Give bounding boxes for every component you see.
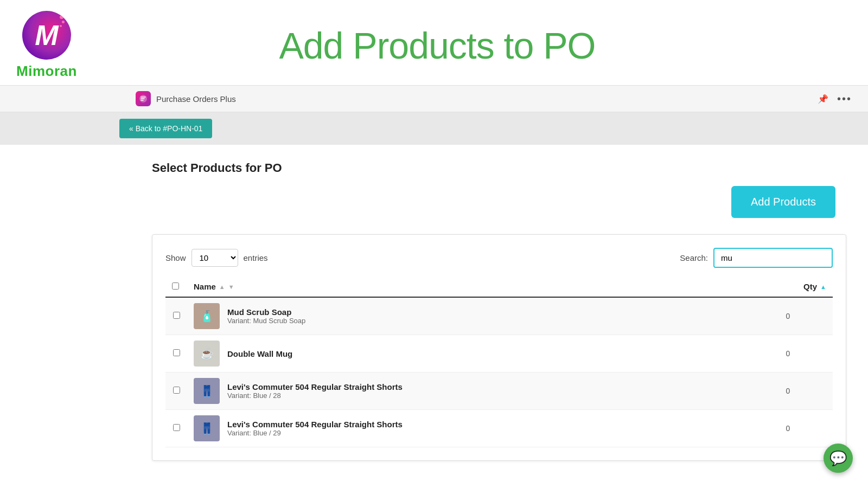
entries-select[interactable]: 10 25 50 100 [192,249,238,267]
product-image: 🧴 [194,303,220,329]
product-name: Levi's Commuter 504 Regular Straight Sho… [227,420,403,429]
table-card: Show 10 25 50 100 entries Search: [152,234,846,461]
sort-up-icon[interactable]: ▲ [219,284,225,290]
sort-down-icon[interactable]: ▼ [228,284,234,290]
row-checkbox[interactable] [173,387,180,394]
th-qty: Qty ▲ [743,277,833,297]
product-table: Name ▲ ▼ Qty ▲ 🧴Mud Scrub SoapVariant: M… [165,277,833,447]
app-name: Purchase Orders Plus [156,94,236,104]
section-title: Select Products for PO [152,161,846,175]
select-all-checkbox[interactable] [172,282,179,290]
row-qty-cell: 0 [743,410,833,447]
table-body: 🧴Mud Scrub SoapVariant: Mud Scrub Soap0☕… [165,297,833,447]
product-variant: Variant: Mud Scrub Soap [227,317,305,325]
product-image: ☕ [194,341,220,367]
product-name-cell: 👖Levi's Commuter 504 Regular Straight Sh… [194,378,737,404]
search-area: Search: [680,248,833,268]
back-button[interactable]: « Back to #PO-HN-01 [119,119,212,138]
more-menu-icon[interactable]: ••• [837,93,852,105]
logo-letter: M [35,19,58,52]
row-checkbox-cell [165,373,187,410]
logo-dot-2 [62,21,65,23]
app-bar-right: 📌 ••• [818,93,852,105]
toolbar: « Back to #PO-HN-01 [0,112,868,145]
logo-dots [60,15,65,27]
product-name: Mud Scrub Soap [227,307,305,317]
row-qty-cell: 0 [743,373,833,410]
product-name-cell: ☕Double Wall Mug [194,341,737,367]
row-name-cell: 👖Levi's Commuter 504 Regular Straight Sh… [187,373,743,410]
search-input[interactable] [713,248,833,268]
logo-dot-3 [60,25,62,27]
app-bar: Purchase Orders Plus 📌 ••• [0,85,868,112]
logo-area: M Mimoran [16,11,77,80]
show-label: Show [165,253,186,262]
product-name: Levi's Commuter 504 Regular Straight Sho… [227,382,403,391]
th-qty-label: Qty [803,282,817,291]
table-row: 👖Levi's Commuter 504 Regular Straight Sh… [165,373,833,410]
show-entries: Show 10 25 50 100 entries [165,249,268,267]
app-icon [136,91,151,106]
search-label: Search: [680,253,708,262]
qty-sort-icon[interactable]: ▲ [820,284,826,290]
product-name-cell: 👖Levi's Commuter 504 Regular Straight Sh… [194,415,737,441]
table-controls: Show 10 25 50 100 entries Search: [165,248,833,268]
table-row: 🧴Mud Scrub SoapVariant: Mud Scrub Soap0 [165,297,833,335]
row-checkbox[interactable] [173,424,180,431]
th-name-label: Name [194,282,216,291]
chat-bubble[interactable]: 💬 [824,444,853,473]
row-name-cell: ☕Double Wall Mug [187,335,743,373]
row-checkbox[interactable] [173,312,180,319]
entries-label: entries [244,253,268,262]
table-head: Name ▲ ▼ Qty ▲ [165,277,833,297]
product-info: Levi's Commuter 504 Regular Straight Sho… [227,382,403,400]
row-name-cell: 🧴Mud Scrub SoapVariant: Mud Scrub Soap [187,297,743,335]
product-name: Double Wall Mug [227,349,292,358]
row-checkbox[interactable] [173,349,180,356]
add-products-button[interactable]: Add Products [731,186,835,218]
product-image: 👖 [194,378,220,404]
product-info: Double Wall Mug [227,349,292,358]
table-row: 👖Levi's Commuter 504 Regular Straight Sh… [165,410,833,447]
product-info: Levi's Commuter 504 Regular Straight Sho… [227,420,403,437]
logo-dot-1 [60,15,63,19]
table-header-row: Name ▲ ▼ Qty ▲ [165,277,833,297]
table-row: ☕Double Wall Mug0 [165,335,833,373]
row-name-cell: 👖Levi's Commuter 504 Regular Straight Sh… [187,410,743,447]
app-bar-left: Purchase Orders Plus [16,91,236,106]
row-qty-cell: 0 [743,335,833,373]
main-content: Select Products for PO Add Products Show… [0,145,868,477]
brand-name: Mimoran [16,63,77,80]
add-products-row: Add Products [152,186,846,218]
th-checkbox [165,277,187,297]
product-variant: Variant: Blue / 28 [227,391,403,400]
row-checkbox-cell [165,297,187,335]
product-variant: Variant: Blue / 29 [227,429,403,437]
row-checkbox-cell [165,410,187,447]
pin-icon[interactable]: 📌 [818,94,828,104]
product-image: 👖 [194,415,220,441]
page-title: Add Products to PO [99,24,776,67]
product-info: Mud Scrub SoapVariant: Mud Scrub Soap [227,307,305,325]
header: M Mimoran Add Products to PO [0,0,868,85]
chat-icon: 💬 [829,450,847,467]
row-checkbox-cell [165,335,187,373]
product-name-cell: 🧴Mud Scrub SoapVariant: Mud Scrub Soap [194,303,737,329]
logo-circle: M [22,11,71,60]
th-name: Name ▲ ▼ [187,277,743,297]
row-qty-cell: 0 [743,297,833,335]
